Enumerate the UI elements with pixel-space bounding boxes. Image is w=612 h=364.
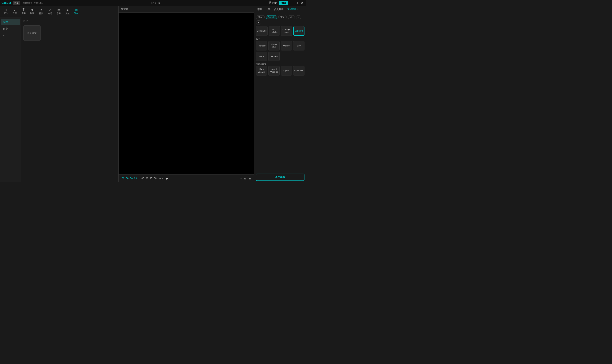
sidebar-item-custom[interactable]: 自定 — [1, 26, 20, 32]
toolbar-item-filter[interactable]: ◈濾鏡 — [64, 7, 71, 16]
toolbar-label-music: 音樂 — [13, 12, 17, 15]
content-label: 自定 — [23, 20, 116, 23]
toolbar-label-subtitle: 字幕 — [57, 12, 61, 15]
gender-filter-me[interactable]: Me — [288, 15, 295, 19]
toolbar-label-effects: 特效 — [39, 12, 43, 15]
left-content: 調整自定LUT 自定 自訂調整 — [0, 17, 118, 182]
toolbar-item-music[interactable]: ♪音樂 — [11, 7, 19, 15]
voice-card-opera[interactable]: Opera — [281, 66, 292, 76]
voice-card-euphoric[interactable]: Euphoric — [293, 26, 305, 36]
voice-card-debutante[interactable]: Debutante — [256, 26, 267, 36]
custom-adjust-card[interactable]: 自訂調整 — [23, 26, 40, 41]
app-logo: CapCut — [1, 1, 11, 4]
total-time: 00:00:17:08 — [141, 177, 157, 180]
minimize-button[interactable]: ─ — [290, 1, 294, 5]
voice-card-elfy[interactable]: Elfy — [293, 41, 305, 51]
center-panel: 播放器 ⋯ 00:00:00:00 00:00:17:08 ⊞ ⊟ ▶ ⤡ ⊡ … — [119, 6, 254, 182]
toolbar-label-import: 匯入 — [4, 12, 8, 15]
titlebar-left: CapCut 選單 已自動儲存・03:05:51 — [1, 1, 43, 5]
toolbar-item-effects[interactable]: ✦特效 — [37, 7, 45, 16]
voice-card-santa[interactable]: Santa — [256, 52, 267, 61]
subtitle-icon: ▤ — [57, 8, 60, 12]
voice-card-wacky[interactable]: Wacky — [281, 41, 292, 51]
sticker-icon: ☻ — [31, 8, 34, 12]
voice-card-valley-girl[interactable]: Valley Girl — [268, 41, 279, 51]
tab-text[interactable]: 文字 — [264, 7, 272, 12]
voice-card-kids-vocalist[interactable]: Kids Vocalist — [256, 66, 267, 76]
select-menu-button[interactable]: 選單 — [13, 1, 20, 5]
tab-animation[interactable]: 插入動畫 — [273, 7, 285, 12]
toolbar-label-adjust: 調整 — [74, 12, 79, 15]
sidebar: 調整自定LUT — [0, 17, 21, 182]
toolbar: ⬆匯入♪音樂T文字☻貼圖✦特效⇌轉場▤字幕◈濾鏡⊞調整 — [0, 6, 118, 17]
import-icon: ⬆ — [5, 8, 7, 12]
view-button[interactable]: ⊞ — [249, 177, 251, 180]
voice-grid-memesong: Kids VocalistKawaii VocalistOperaOpen Mi… — [256, 66, 305, 76]
tab-subtitle[interactable]: 字幕 — [256, 7, 264, 12]
gender-filter: MaleFemale文字Me↕▾ — [256, 15, 305, 25]
titlebar-right: 快速鍵 輸出 ─ □ ✕ — [268, 1, 305, 5]
right-panel: 字幕文字插入動畫文字轉語音 MaleFemale文字Me↕▾ Debutante… — [254, 6, 306, 182]
toolbar-item-adjust[interactable]: ⊞調整 — [72, 7, 80, 16]
section-label-memesong: Memesong — [256, 63, 305, 65]
main-container: ⬆匯入♪音樂T文字☻貼圖✦特效⇌轉場▤字幕◈濾鏡⊞調整 調整自定LUT 自定 自… — [0, 6, 306, 182]
transition-icon: ⇌ — [49, 8, 51, 12]
sidebar-item-adjust[interactable]: 調整 — [1, 19, 20, 25]
grid-icon: ⊞ ⊟ — [159, 177, 163, 180]
toolbar-label-transition: 轉場 — [48, 12, 52, 15]
gender-filter-female[interactable]: Female — [266, 15, 277, 19]
fit-button[interactable]: ⊡ — [244, 177, 247, 180]
voice-grid-default: DebutantePop LullabyCottage-coreEuphoric — [256, 26, 305, 36]
tab-tts[interactable]: 文字轉語音 — [286, 7, 300, 12]
voice-card-santa-ii[interactable]: Santa II — [268, 52, 279, 61]
shortcut-button[interactable]: 快速鍵 — [268, 1, 278, 5]
sidebar-item-lut[interactable]: LUT — [1, 32, 20, 39]
left-panel: ⬆匯入♪音樂T文字☻貼圖✦特效⇌轉場▤字幕◈濾鏡⊞調整 調整自定LUT 自定 自… — [0, 6, 119, 182]
player-title: 播放器 — [121, 7, 128, 11]
toolbar-label-sticker: 貼圖 — [30, 12, 34, 15]
player-controls: 00:00:00:00 00:00:17:08 ⊞ ⊟ ▶ ⤡ ⊡ ⊞ — [119, 174, 254, 182]
text-icon: T — [23, 8, 25, 12]
toolbar-item-import[interactable]: ⬆匯入 — [2, 7, 10, 16]
player-menu-button[interactable]: ⋯ — [249, 7, 252, 11]
voice-panel: MaleFemale文字Me↕▾ DebutantePop LullabyCot… — [254, 13, 306, 172]
voice-card-open-mic[interactable]: Open Mic — [293, 66, 305, 76]
filter-icon: ◈ — [66, 8, 69, 12]
auto-save-status: 已自動儲存・03:05:51 — [22, 1, 43, 4]
section-label-text-section: 文字 — [256, 37, 305, 40]
gender-filter-more[interactable]: ▾ — [256, 20, 261, 25]
project-title: 1010 (1) — [150, 1, 160, 4]
current-time: 00:00:00:00 — [122, 177, 137, 180]
player-header: 播放器 ⋯ — [119, 6, 254, 13]
music-icon: ♪ — [14, 8, 15, 12]
effects-icon: ✦ — [40, 8, 42, 12]
fullscreen-button[interactable]: ⤡ — [240, 177, 242, 180]
export-button[interactable]: 輸出 — [279, 1, 288, 5]
titlebar: CapCut 選單 已自動儲存・03:05:51 1010 (1) 快速鍵 輸出… — [0, 0, 306, 6]
close-button[interactable]: ✕ — [300, 1, 305, 5]
toolbar-item-transition[interactable]: ⇌轉場 — [46, 7, 54, 16]
voice-card-kawaii-vocalist[interactable]: Kawaii Vocalist — [268, 66, 279, 76]
generate-speech-button[interactable]: 產生語音 — [256, 174, 305, 181]
voice-card-trickster[interactable]: Trickster — [256, 41, 267, 51]
maximize-button[interactable]: □ — [295, 1, 299, 5]
gender-filter-male[interactable]: Male — [256, 15, 265, 19]
play-button[interactable]: ▶ — [166, 176, 168, 181]
right-tabs: 字幕文字插入動畫文字轉語音 — [254, 6, 306, 13]
voice-card-pop-lullaby[interactable]: Pop Lullaby — [269, 26, 280, 36]
content-area: 自定 自訂調整 — [21, 17, 118, 182]
voice-card-cottage-core[interactable]: Cottage-core — [281, 26, 292, 36]
gender-filter-sort[interactable]: ↕ — [296, 15, 301, 19]
adjust-icon: ⊞ — [75, 8, 78, 12]
toolbar-item-text[interactable]: T文字 — [19, 7, 27, 15]
toolbar-item-subtitle[interactable]: ▤字幕 — [55, 7, 63, 16]
titlebar-center: 1010 (1) — [150, 1, 160, 4]
video-area — [119, 13, 254, 174]
gender-filter-text[interactable]: 文字 — [278, 15, 287, 19]
toolbar-label-text: 文字 — [21, 12, 26, 15]
toolbar-item-sticker[interactable]: ☻貼圖 — [28, 7, 36, 15]
voice-grid-text-section: TricksterValley GirlWackyElfySantaSanta … — [256, 41, 305, 61]
toolbar-label-filter: 濾鏡 — [66, 12, 70, 15]
